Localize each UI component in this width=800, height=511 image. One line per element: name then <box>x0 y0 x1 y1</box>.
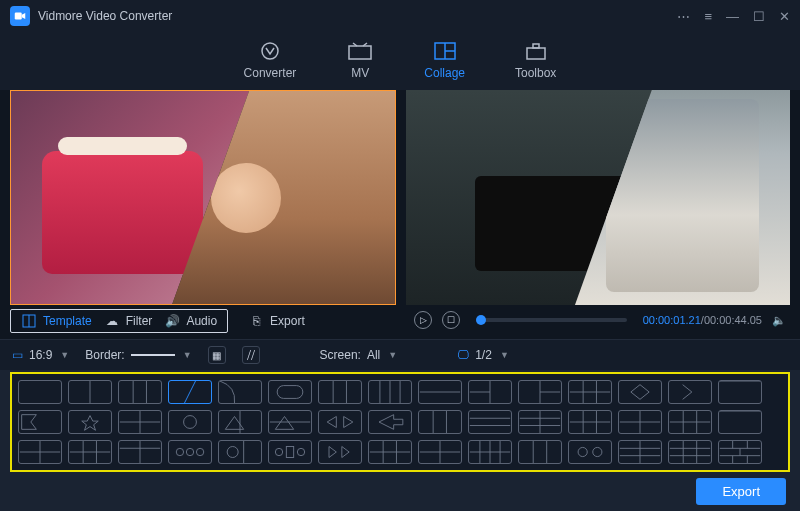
svg-rect-2 <box>349 46 371 59</box>
collage-tool-tabs: Template ☁ Filter 🔊 Audio <box>10 309 228 333</box>
svg-rect-6 <box>527 48 545 59</box>
screen-value: All <box>367 348 380 362</box>
nav-toolbox[interactable]: Toolbox <box>515 40 556 80</box>
progress-bar[interactable] <box>476 318 627 322</box>
template-cell[interactable] <box>468 380 512 404</box>
template-cell[interactable] <box>268 410 312 434</box>
screen-label: Screen: <box>320 348 361 362</box>
tab-template[interactable]: Template <box>21 314 92 328</box>
svg-point-31 <box>184 416 197 429</box>
template-cell[interactable] <box>668 410 712 434</box>
svg-line-13 <box>185 381 196 403</box>
template-cell[interactable] <box>368 410 412 434</box>
template-cell[interactable] <box>618 380 662 404</box>
border-select[interactable]: Border: ▼ <box>85 348 191 362</box>
page-value: 1/2 <box>475 348 492 362</box>
template-cell[interactable] <box>468 410 512 434</box>
tab-filter-label: Filter <box>126 314 153 328</box>
screen-icon: 🖵 <box>457 348 469 362</box>
template-cell[interactable] <box>168 410 212 434</box>
template-cell[interactable] <box>18 440 62 464</box>
volume-icon[interactable]: 🔈 <box>772 314 786 327</box>
template-cell[interactable] <box>568 380 612 404</box>
template-cell[interactable] <box>18 380 62 404</box>
svg-point-76 <box>578 447 587 456</box>
border-color-button[interactable]: ▦ <box>208 346 226 364</box>
filter-icon: ☁ <box>104 314 120 328</box>
export-tab[interactable]: ⎘ Export <box>248 314 305 328</box>
template-cell[interactable] <box>268 380 312 404</box>
app-title: Vidmore Video Converter <box>38 9 172 23</box>
nav-converter[interactable]: Converter <box>244 40 297 80</box>
template-cell[interactable] <box>318 380 362 404</box>
template-cell[interactable] <box>668 440 712 464</box>
close-icon[interactable]: ✕ <box>779 9 790 24</box>
svg-rect-0 <box>15 13 22 20</box>
template-cell[interactable] <box>318 440 362 464</box>
template-cell[interactable] <box>118 440 162 464</box>
chevron-down-icon: ▼ <box>183 350 192 360</box>
template-cell[interactable] <box>568 440 612 464</box>
template-cell[interactable] <box>368 440 412 464</box>
nav-toolbox-label: Toolbox <box>515 66 556 80</box>
template-cell[interactable] <box>368 380 412 404</box>
svg-rect-7 <box>533 44 539 48</box>
play-button[interactable]: ▷ <box>414 311 432 329</box>
template-icon <box>21 314 37 328</box>
template-cell[interactable] <box>268 440 312 464</box>
title-bar: Vidmore Video Converter ⋯ ≡ ― ☐ ✕ <box>0 0 800 32</box>
border-style-button[interactable]: ⧸⧸ <box>242 346 260 364</box>
template-cell[interactable] <box>68 440 112 464</box>
template-cell[interactable] <box>668 380 712 404</box>
collage-canvas[interactable] <box>10 90 396 305</box>
template-cell[interactable] <box>318 410 362 434</box>
nav-mv-label: MV <box>351 66 369 80</box>
template-cell[interactable] <box>618 410 662 434</box>
template-cell[interactable] <box>518 440 562 464</box>
maximize-icon[interactable]: ☐ <box>753 9 765 24</box>
template-cell[interactable] <box>218 410 262 434</box>
nav-collage[interactable]: Collage <box>424 40 465 80</box>
svg-point-1 <box>262 43 278 59</box>
mv-icon <box>346 40 374 62</box>
template-cell[interactable] <box>118 410 162 434</box>
template-cell[interactable] <box>418 440 462 464</box>
template-cell[interactable] <box>468 440 512 464</box>
template-cell[interactable] <box>418 410 462 434</box>
nav-mv[interactable]: MV <box>346 40 374 80</box>
menu-icon[interactable]: ≡ <box>704 9 712 24</box>
template-cell[interactable] <box>418 380 462 404</box>
preview-area <box>0 90 800 305</box>
screen-select[interactable]: Screen: All ▼ <box>320 348 398 362</box>
minimize-icon[interactable]: ― <box>726 9 739 24</box>
tab-audio[interactable]: 🔊 Audio <box>164 314 217 328</box>
feedback-icon[interactable]: ⋯ <box>677 9 690 24</box>
time-current: 00:00:01.21 <box>643 314 701 326</box>
time-duration: 00:00:44.05 <box>704 314 762 326</box>
template-cell[interactable] <box>68 380 112 404</box>
template-cell[interactable] <box>718 440 762 464</box>
template-cell[interactable] <box>568 410 612 434</box>
template-cell[interactable] <box>618 440 662 464</box>
template-cell[interactable] <box>518 410 562 434</box>
aspect-ratio-select[interactable]: ▭ 16:9 ▼ <box>12 348 69 362</box>
toolbox-icon <box>522 40 550 62</box>
template-cell[interactable] <box>118 380 162 404</box>
stop-button[interactable]: ☐ <box>442 311 460 329</box>
template-cell[interactable] <box>168 380 212 404</box>
template-cell[interactable] <box>718 380 762 404</box>
svg-point-64 <box>297 448 304 455</box>
template-cell[interactable] <box>68 410 112 434</box>
template-cell[interactable] <box>168 440 212 464</box>
svg-point-60 <box>227 447 238 458</box>
tab-audio-label: Audio <box>186 314 217 328</box>
template-cell[interactable] <box>718 410 762 434</box>
template-cell[interactable] <box>218 440 262 464</box>
template-cell[interactable] <box>218 380 262 404</box>
page-select[interactable]: 🖵 1/2 ▼ <box>457 348 509 362</box>
template-cell[interactable] <box>18 410 62 434</box>
template-cell[interactable] <box>518 380 562 404</box>
tab-filter[interactable]: ☁ Filter <box>104 314 153 328</box>
export-button[interactable]: Export <box>696 478 786 505</box>
output-preview <box>406 90 790 305</box>
